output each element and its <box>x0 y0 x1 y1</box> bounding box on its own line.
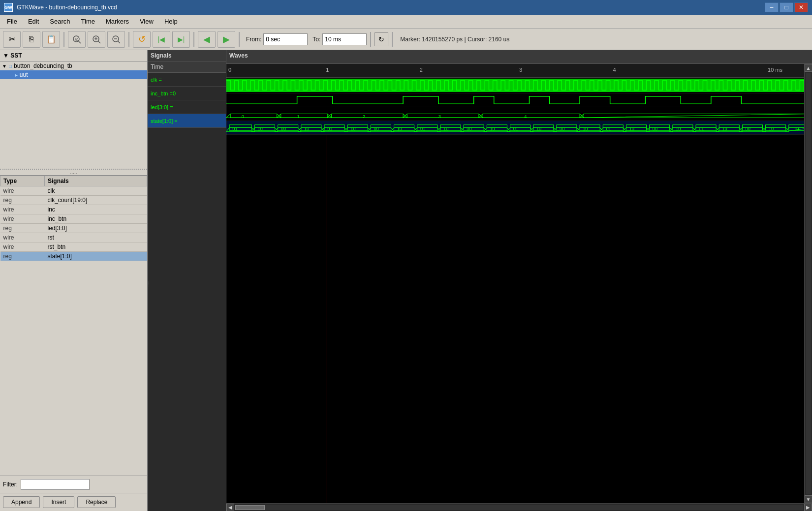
svg-text:01: 01 <box>699 127 704 132</box>
from-label: From: <box>246 36 261 43</box>
marker-cursor-info: Marker: 1420155270 ps | Cursor: 2160 us <box>400 36 509 43</box>
h-scrollbar[interactable]: ◀ ▶ <box>226 503 812 511</box>
filter-input[interactable] <box>21 479 90 490</box>
signal-name-cell: clk <box>45 186 147 196</box>
minimize-button[interactable]: – <box>765 2 779 12</box>
toolbar: ✂ ⎘ 📋 ⊙ ↺ |◀ ▶| ◀ ▶ From: To: ↻ Marker: … <box>0 29 812 50</box>
menu-file[interactable]: File <box>2 16 22 27</box>
waves-panel[interactable]: Waves 0 10 ms 1 2 3 4 <box>226 50 812 511</box>
replace-button[interactable]: Replace <box>77 496 116 508</box>
signal-list[interactable]: Type Signals wire clk reg clk_count[19:0… <box>0 176 147 476</box>
tb-undo-button[interactable]: ↺ <box>133 31 151 48</box>
from-input[interactable] <box>263 33 308 45</box>
wave-row-inc-btn <box>226 93 812 107</box>
svg-text:00: 00 <box>281 127 286 132</box>
tb-copy-button[interactable]: ⎘ <box>23 31 40 48</box>
menubar: File Edit Search Time Markers View Help <box>0 15 812 29</box>
signal-name-cell: clk_count[19:0] <box>45 196 147 205</box>
v-scroll-up-button[interactable]: ▲ <box>805 64 812 72</box>
timeline-0: 0 <box>228 67 231 73</box>
menu-view[interactable]: View <box>135 16 158 27</box>
tb-prev-button[interactable]: ◀ <box>198 31 216 48</box>
v-scroll-track[interactable] <box>806 73 811 494</box>
menu-time[interactable]: Time <box>76 16 100 27</box>
to-input[interactable] <box>322 33 367 45</box>
tb-separator-2 <box>128 32 129 47</box>
wave-svg-inc-btn <box>226 93 812 107</box>
v-scroll-down-button[interactable]: ▼ <box>805 495 812 503</box>
refresh-button[interactable]: ↻ <box>375 32 388 46</box>
tree-expand-icon: ▼ <box>2 63 7 69</box>
signal-table-row[interactable]: reg led[3:0] <box>0 224 147 233</box>
signal-table-row[interactable]: wire clk <box>0 186 147 196</box>
svg-text:10: 10 <box>490 127 495 132</box>
svg-text:10: 10 <box>304 127 309 132</box>
timeline-4: 4 <box>613 67 616 73</box>
svg-text:10: 10 <box>794 127 799 132</box>
svg-text:3: 3 <box>438 114 441 119</box>
timeline-end: 10 ms <box>768 67 782 73</box>
signal-waveform-label[interactable]: state[1:0] = <box>148 114 226 128</box>
tb-cut-button[interactable]: ✂ <box>3 31 21 48</box>
col-header-signals: Signals <box>45 176 147 186</box>
filter-area: Filter: <box>0 476 147 493</box>
signals-time-header: Time <box>148 61 226 73</box>
svg-text:00: 00 <box>560 127 564 132</box>
svg-text:00: 00 <box>374 127 379 132</box>
tb-zoom-in-button[interactable] <box>88 31 105 48</box>
filter-label: Filter: <box>3 481 18 488</box>
button-row: Append Insert Replace <box>0 493 147 511</box>
svg-text:2: 2 <box>363 114 365 119</box>
tree-item-uut[interactable]: · ▸ uut <box>0 70 147 79</box>
signal-table-row[interactable]: wire rst_btn <box>0 242 147 252</box>
signal-table-row[interactable]: reg clk_count[19:0] <box>0 196 147 205</box>
insert-button[interactable]: Insert <box>43 496 74 508</box>
v-scrollbar[interactable]: ▲ ▼ <box>804 64 812 503</box>
tb-paste-button[interactable]: 📋 <box>42 31 60 48</box>
tb-separator-4 <box>239 32 240 47</box>
wave-svg-state: 01 10 00 10 01 <box>226 121 812 134</box>
svg-text:10: 10 <box>769 127 774 132</box>
timeline-3: 3 <box>519 67 522 73</box>
menu-edit[interactable]: Edit <box>23 16 44 27</box>
tb-next-button[interactable]: ▶ <box>218 31 235 48</box>
signal-table-row[interactable]: reg state[1:0] <box>0 252 147 261</box>
signal-name-cell: rst_btn <box>45 242 147 252</box>
scroll-track[interactable] <box>235 505 803 510</box>
close-button[interactable]: ✕ <box>794 2 808 12</box>
signal-type-cell: reg <box>0 252 45 261</box>
tb-marker-last-button[interactable]: ▶| <box>172 31 190 48</box>
menu-help[interactable]: Help <box>159 16 183 27</box>
tb-marker-first-button[interactable]: |◀ <box>153 31 170 48</box>
signal-waveform-label[interactable]: clk = <box>148 73 226 87</box>
svg-text:10: 10 <box>443 127 448 132</box>
sst-tree[interactable]: ▼ □ button_debouncing_tb · ▸ uut <box>0 61 147 170</box>
signal-table-row[interactable]: wire rst <box>0 233 147 242</box>
svg-text:10: 10 <box>722 127 727 132</box>
wave-row-state: 01 10 00 10 01 <box>226 121 812 135</box>
svg-text:10: 10 <box>629 127 634 132</box>
scroll-left-button[interactable]: ◀ <box>226 504 234 511</box>
sst-resize-handle: ····· <box>0 170 147 176</box>
signal-waveform-label[interactable]: inc_btn =0 <box>148 87 226 100</box>
maximize-button[interactable]: □ <box>780 2 793 12</box>
scroll-right-button[interactable]: ▶ <box>804 504 812 511</box>
signal-table-row[interactable]: wire inc <box>0 205 147 214</box>
main-area: ▼ SST ▼ □ button_debouncing_tb · ▸ uut ·… <box>0 50 812 511</box>
signal-waveform-label[interactable]: led[3:0] = <box>148 100 226 114</box>
signal-name-cell: rst <box>45 233 147 242</box>
tree-item-button-debouncing[interactable]: ▼ □ button_debouncing_tb <box>0 61 147 70</box>
menu-markers[interactable]: Markers <box>101 16 134 27</box>
signal-table-row[interactable]: wire inc_btn <box>0 214 147 224</box>
signal-type-cell: wire <box>0 205 45 214</box>
tb-zoom-out-button[interactable] <box>107 31 125 48</box>
svg-text:00: 00 <box>467 127 471 132</box>
menu-search[interactable]: Search <box>45 16 75 27</box>
append-button[interactable]: Append <box>3 496 40 508</box>
signals-waveform-labels: Signals Time clk =inc_btn =0led[3:0] =st… <box>148 50 226 511</box>
scroll-thumb[interactable] <box>235 505 265 510</box>
tb-zoom-fit-button[interactable]: ⊙ <box>68 31 86 48</box>
waves-timeline: 0 10 ms 1 2 3 4 <box>226 64 812 78</box>
tree-sub-icon: · <box>12 72 13 78</box>
wave-svg-clk <box>226 78 812 93</box>
